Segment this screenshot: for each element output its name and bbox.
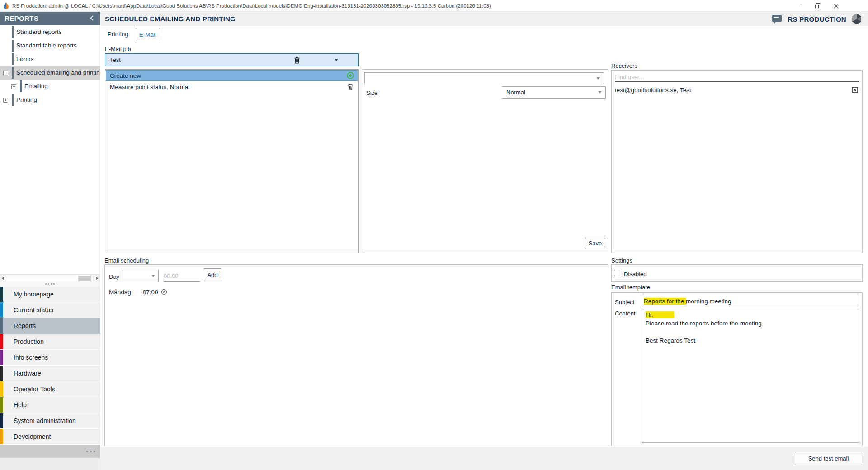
close-button[interactable] — [827, 0, 845, 12]
delete-job-trash-icon[interactable] — [294, 56, 300, 64]
scrollbar-track[interactable] — [6, 275, 93, 282]
sidebar-item-my-homepage[interactable]: My homepage — [0, 287, 100, 302]
app-logo-icon — [3, 2, 9, 9]
tree-accent-bar — [12, 53, 14, 65]
tab-email[interactable]: E-Mail — [136, 28, 160, 41]
minimize-button[interactable] — [789, 0, 807, 12]
nav-overflow-panel — [0, 445, 100, 458]
sidebar-item-reports[interactable]: Reports — [0, 318, 100, 334]
restore-icon — [815, 5, 819, 8]
expand-expander-icon[interactable] — [3, 98, 8, 103]
nav-color-stripe — [0, 302, 3, 318]
tree-item-emailing[interactable]: Emailing — [0, 80, 100, 93]
sidebar-item-hardware[interactable]: Hardware — [0, 366, 100, 381]
remove-schedule-icon[interactable] — [161, 289, 167, 295]
sidebar-item-operator-tools[interactable]: Operator Tools — [0, 381, 100, 397]
nav-color-stripe — [0, 429, 3, 444]
tree-item-standard-reports[interactable]: Standard reports — [0, 25, 100, 39]
nav-item-label: Info screens — [14, 354, 48, 361]
subject-input[interactable]: Reports for the morning meeting — [642, 296, 859, 307]
page-header: SCHEDULED EMAILING AND PRINTING RS PRODU… — [100, 12, 868, 26]
email-template-label: Email template — [611, 284, 650, 291]
sidebar-title: REPORTS — [5, 14, 38, 22]
chat-icon[interactable] — [772, 14, 782, 24]
collapse-sidebar-icon[interactable] — [90, 15, 95, 20]
report-select[interactable] — [364, 72, 604, 84]
sidebar-item-system-administration[interactable]: System administration — [0, 413, 100, 428]
job-list-item-measure-point-status[interactable]: Measure point status, Normal — [106, 81, 358, 92]
tree-accent-bar — [12, 26, 14, 38]
dropdown-icon — [596, 77, 600, 80]
tree-item-label: Scheduled emailing and printing — [16, 69, 100, 76]
remove-receiver-icon[interactable] — [852, 87, 858, 93]
tree-item-forms[interactable]: Forms — [0, 52, 100, 66]
add-schedule-button[interactable]: Add — [204, 268, 221, 281]
tree-accent-bar — [20, 80, 22, 92]
scrollbar-thumb[interactable] — [78, 276, 91, 281]
sidebar-item-development[interactable]: Development — [0, 429, 100, 444]
nav-item-label: Operator Tools — [14, 385, 55, 393]
nav-color-stripe — [0, 366, 3, 381]
collapse-expander-icon[interactable] — [3, 70, 8, 75]
nav-item-label: Production — [14, 338, 44, 345]
size-label: Size — [366, 89, 377, 96]
day-select[interactable] — [123, 270, 159, 282]
list-item-label: Create new — [106, 72, 347, 79]
receiver-label: test@goodsolutions.se, Test — [612, 87, 852, 94]
nav-item-label: Development — [14, 433, 51, 440]
nav-color-stripe — [0, 381, 3, 397]
nav-item-label: Help — [14, 401, 27, 409]
job-list-item-create-new[interactable]: Create new — [106, 70, 358, 81]
tree-accent-bar — [12, 40, 14, 52]
sidebar-item-current-status[interactable]: Current status — [0, 302, 100, 318]
tree-item-printing[interactable]: Printing — [0, 93, 100, 107]
sidebar-item-help[interactable]: Help — [0, 397, 100, 413]
content-textarea[interactable]: Hi, Please read the reports before the m… — [642, 308, 859, 443]
sidebar-splitter-handle[interactable] — [0, 281, 100, 287]
day-label: Day — [109, 273, 119, 280]
send-test-email-button[interactable]: Send test email — [795, 452, 862, 465]
disabled-checkbox[interactable] — [614, 270, 620, 276]
tree-item-label: Printing — [16, 96, 37, 103]
nav-color-stripe — [0, 334, 3, 349]
nav-color-stripe — [0, 413, 3, 428]
add-job-plus-icon[interactable] — [347, 72, 354, 79]
scroll-right-button[interactable] — [94, 275, 100, 282]
expand-expander-icon[interactable] — [11, 84, 16, 89]
list-item-label: Measure point status, Normal — [106, 84, 347, 90]
schedule-entry-day: Måndag — [109, 289, 131, 296]
save-button[interactable]: Save — [585, 238, 605, 249]
content-line — [646, 328, 859, 336]
time-input[interactable] — [164, 270, 200, 282]
email-job-combobox[interactable]: Test — [105, 53, 359, 66]
minimize-icon — [796, 6, 800, 6]
email-job-selected-value: Test — [105, 56, 294, 63]
tree-accent-bar — [12, 67, 14, 79]
more-options-icon[interactable] — [86, 451, 95, 452]
sidebar-bottom-strip — [0, 458, 100, 470]
rs-production-window: RS Production: admin @ LOCAL / C:\Users\… — [0, 0, 868, 470]
disabled-checkbox-label: Disabled — [624, 271, 647, 277]
nav-color-stripe — [0, 397, 3, 413]
receivers-panel — [611, 70, 863, 253]
scroll-left-button[interactable] — [0, 275, 6, 282]
sidebar-header: REPORTS — [0, 12, 100, 25]
sidebar-item-production[interactable]: Production — [0, 334, 100, 349]
schedule-entry-row: Måndag 07:00 — [109, 288, 167, 296]
tree-horizontal-scrollbar[interactable] — [0, 274, 100, 281]
tree-item-standard-table-reports[interactable]: Standard table reports — [0, 39, 100, 52]
tree-item-scheduled-emailing[interactable]: Scheduled emailing and printing — [0, 66, 100, 80]
window-title: RS Production: admin @ LOCAL / C:\Users\… — [12, 0, 681, 12]
content-label: Content — [615, 310, 636, 317]
delete-job-trash-icon[interactable] — [347, 83, 354, 90]
nav-item-label: Reports — [14, 322, 36, 329]
receiver-list-item[interactable]: test@goodsolutions.se, Test — [612, 85, 862, 95]
size-select[interactable]: Normal — [502, 86, 606, 99]
tab-printing[interactable]: Printing — [105, 28, 131, 41]
combobox-dropdown-icon[interactable] — [335, 59, 338, 61]
sidebar-item-info-screens[interactable]: Info screens — [0, 350, 100, 365]
window-titlebar: RS Production: admin @ LOCAL / C:\Users\… — [0, 0, 868, 12]
scroll-right-icon — [96, 277, 98, 280]
restore-button[interactable] — [808, 0, 826, 12]
find-user-input[interactable] — [615, 72, 859, 82]
